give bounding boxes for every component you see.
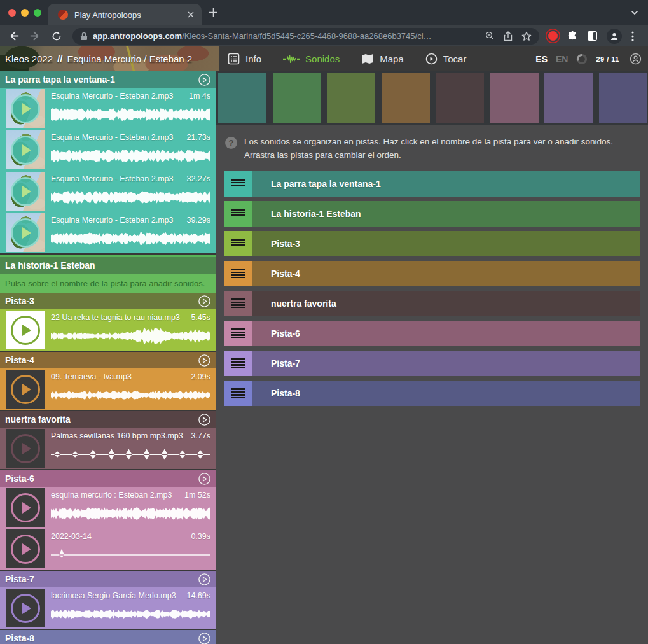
clip-play-icon[interactable] (11, 594, 40, 623)
audio-clip[interactable]: Esquina Mercurio - Esteban 2.mp339.29s (0, 212, 216, 253)
track-section-header[interactable]: Pista-7 (0, 571, 216, 587)
track-section-header[interactable]: La parra tapa la ventana-1 (0, 71, 216, 88)
clip-thumbnail[interactable] (6, 429, 45, 468)
nav-item-sonidos[interactable]: Sonidos (283, 53, 340, 65)
url-bar[interactable]: app.antropoloops.com/Kleos-Santa-Marina/… (72, 28, 539, 45)
clip-thumbnail[interactable] (6, 529, 45, 568)
clip-play-icon[interactable] (11, 94, 40, 123)
clip-play-icon[interactable] (11, 218, 40, 248)
track-color-swatch[interactable] (382, 73, 430, 123)
track-row[interactable]: Pista-8 (224, 381, 640, 406)
clip-play-icon[interactable] (11, 493, 40, 522)
lang-en-button[interactable]: EN (556, 54, 568, 64)
clip-play-icon[interactable] (11, 535, 40, 564)
drag-handle[interactable] (224, 171, 252, 197)
help-question-icon[interactable]: ? (225, 137, 237, 149)
track-section-header[interactable]: Pista-3 (0, 293, 216, 309)
clip-thumbnail[interactable] (6, 89, 45, 128)
browser-tab[interactable]: Play Antropoloops (48, 4, 202, 25)
audio-clip[interactable]: lacrimosa Sergio García Merlo.mp314.69s (0, 587, 216, 629)
new-tab-button[interactable] (209, 8, 218, 20)
macos-minimize-button[interactable] (21, 9, 29, 17)
section-play-button[interactable] (198, 413, 211, 426)
track-row-body[interactable]: Pista-7 (252, 351, 640, 376)
section-play-button[interactable] (198, 632, 211, 644)
extensions-puzzle-icon[interactable] (567, 31, 578, 41)
track-color-swatch[interactable] (436, 73, 484, 123)
track-section-header[interactable]: Pista-6 (0, 470, 216, 487)
clip-play-icon[interactable] (11, 434, 40, 463)
profile-avatar[interactable] (607, 29, 622, 44)
lock-icon[interactable] (80, 32, 88, 41)
track-row[interactable]: La historia-1 Esteban (224, 201, 640, 227)
track-row-body[interactable]: La historia-1 Esteban (252, 201, 640, 227)
drag-handle[interactable] (224, 381, 252, 406)
track-row-body[interactable]: Pista-3 (252, 231, 640, 256)
track-color-swatch[interactable] (544, 73, 593, 123)
browser-menu-kebab-icon[interactable] (631, 31, 634, 41)
macos-close-button[interactable] (8, 9, 16, 17)
track-section-header[interactable]: nuertra favorita (0, 411, 216, 428)
tab-close-icon[interactable] (185, 9, 196, 20)
zoom-out-icon[interactable] (485, 31, 495, 41)
track-row-body[interactable]: Pista-6 (252, 321, 640, 346)
audio-clip[interactable]: Esquina Mercurio - Esteban 2.mp321.73s (0, 129, 216, 171)
track-row[interactable]: Pista-7 (224, 351, 640, 376)
nav-item-info[interactable]: Info (228, 53, 261, 65)
back-button[interactable] (5, 28, 22, 45)
clip-thumbnail[interactable] (6, 370, 45, 409)
audio-clip[interactable]: esquina mercurio : Esteban 2.mp31m 52s (0, 487, 216, 528)
clip-thumbnail[interactable] (6, 213, 45, 252)
clip-thumbnail[interactable] (6, 172, 45, 211)
section-play-button[interactable] (198, 73, 211, 87)
audio-clip[interactable]: 09. Temaeva - Iva.mp32.09s (0, 368, 216, 410)
track-color-swatch[interactable] (490, 73, 539, 123)
section-play-button[interactable] (198, 573, 211, 586)
bookmark-star-icon[interactable] (521, 31, 532, 41)
reload-button[interactable] (48, 28, 65, 45)
track-section-header[interactable]: Pista-8 (0, 630, 216, 644)
track-row[interactable]: Pista-4 (224, 261, 640, 286)
share-icon[interactable] (504, 31, 513, 41)
audio-clip[interactable]: Esquina Mercurio - Esteban 2.mp31m 4s (0, 88, 216, 129)
account-icon[interactable] (630, 53, 642, 65)
track-color-swatch[interactable] (218, 73, 266, 123)
track-row-body[interactable]: La parra tapa la ventana-1 (252, 171, 640, 197)
track-color-swatch[interactable] (273, 73, 321, 123)
track-row[interactable]: Pista-6 (224, 321, 640, 346)
drag-handle[interactable] (224, 351, 252, 376)
forward-button[interactable] (27, 28, 43, 45)
track-row-body[interactable]: Pista-4 (252, 261, 640, 286)
track-color-swatch[interactable] (327, 73, 375, 123)
section-play-button[interactable] (198, 354, 211, 367)
audio-clip[interactable]: 2022-03-140.39s (0, 528, 216, 570)
section-play-button[interactable] (198, 472, 211, 486)
track-row-body[interactable]: Pista-8 (252, 381, 640, 406)
lang-es-button[interactable]: ES (535, 54, 548, 64)
track-row[interactable]: Pista-3 (224, 231, 640, 256)
track-color-swatch[interactable] (599, 73, 647, 123)
clip-thumbnail[interactable] (6, 589, 45, 627)
nav-item-tocar[interactable]: Tocar (425, 53, 467, 65)
clip-thumbnail[interactable] (6, 488, 45, 527)
track-section-header[interactable]: Pista-4 (0, 352, 216, 368)
drag-handle[interactable] (224, 261, 252, 286)
track-section-header[interactable]: La historia-1 Esteban (0, 257, 216, 274)
clip-play-icon[interactable] (11, 177, 40, 206)
drag-handle[interactable] (224, 201, 252, 227)
audio-clip[interactable]: 22 Ua reka te tagnia to rau niau.mp35.45… (0, 309, 216, 351)
drag-handle[interactable] (224, 321, 252, 346)
section-play-button[interactable] (198, 295, 211, 308)
clip-play-icon[interactable] (11, 375, 40, 404)
clip-play-icon[interactable] (11, 316, 40, 345)
tab-search-chevron-icon[interactable] (630, 8, 639, 20)
record-extension-icon[interactable] (548, 31, 558, 41)
track-row[interactable]: La parra tapa la ventana-1 (224, 171, 640, 197)
track-row[interactable]: nuertra favorita (224, 291, 640, 316)
clip-thumbnail[interactable] (6, 130, 45, 169)
audio-clip[interactable]: Esquina Mercurio - Esteban 2.mp332.27s (0, 171, 216, 212)
audio-clip[interactable]: Palmas sevillanas 160 bpm mp3.mp33.77s (0, 428, 216, 469)
side-panel-extension-icon[interactable] (588, 31, 597, 41)
drag-handle[interactable] (224, 231, 252, 256)
drag-handle[interactable] (224, 291, 252, 316)
